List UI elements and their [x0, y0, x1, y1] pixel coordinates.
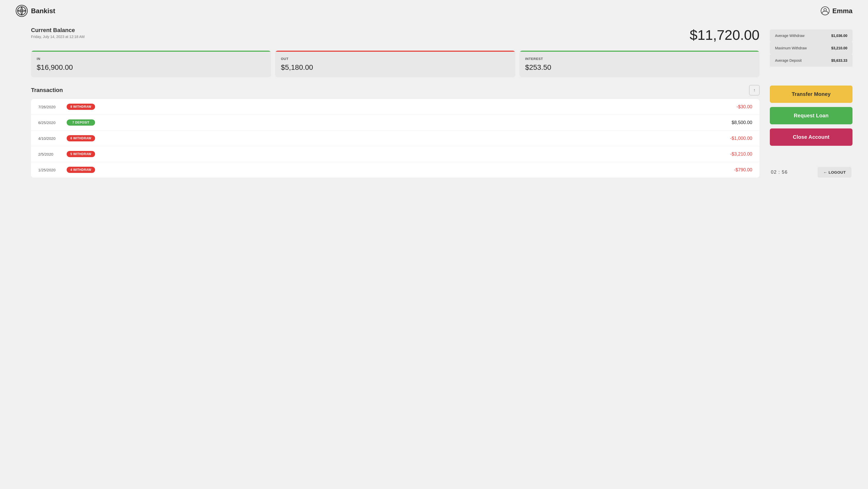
main-content: Current Balance Friday, July 14, 2023 at…	[0, 22, 868, 185]
tx-badge: 7 DEPOSIT	[67, 119, 95, 126]
stat-card: Average Deposit $5,633.33	[770, 54, 852, 67]
tx-date: 7/26/2020	[38, 105, 61, 109]
tx-amount: $8,500.00	[732, 120, 752, 125]
stat-label: Average Withdraw	[775, 34, 804, 38]
logo-area: Bankist	[16, 5, 55, 17]
request-loan-button[interactable]: Request Loan	[770, 107, 852, 124]
transfer-money-button[interactable]: Transfer Money	[770, 86, 852, 103]
user-name: Emma	[832, 7, 852, 15]
left-panel: Current Balance Friday, July 14, 2023 at…	[31, 27, 760, 178]
stat-value: $5,633.33	[831, 58, 847, 63]
table-row: 2/5/2020 5 WITHDRAW -$3,210.00	[31, 146, 760, 162]
tx-date: 2/5/2020	[38, 152, 61, 156]
stat-card: Average Withdraw $1,036.00	[770, 29, 852, 42]
footer-row: 02 : 56 ← LOGOUT	[770, 164, 852, 178]
tx-badge: 4 WITHDRAW	[67, 167, 95, 173]
tx-amount: -$790.00	[734, 167, 752, 173]
tx-amount: -$1,000.00	[730, 136, 752, 141]
stat-label: Maximum Withdraw	[775, 46, 807, 50]
tx-date: 1/25/2020	[38, 168, 61, 172]
right-panel: Average Withdraw $1,036.00 Maximum Withd…	[770, 27, 852, 178]
user-area: Emma	[820, 6, 852, 16]
bankist-logo-icon	[16, 5, 28, 17]
summary-card-out: OUT $5,180.00	[275, 51, 515, 77]
logo-text: Bankist	[31, 7, 55, 15]
logout-button[interactable]: ← LOGOUT	[817, 167, 851, 178]
sort-button[interactable]: ↑	[749, 85, 760, 95]
balance-label-area: Current Balance Friday, July 14, 2023 at…	[31, 27, 85, 39]
balance-date: Friday, July 14, 2023 at 12:18 AM	[31, 35, 85, 39]
tx-badge: 8 WITHDRAW	[67, 104, 95, 110]
summary-out-label: OUT	[281, 57, 509, 61]
stat-value: $3,210.00	[831, 46, 847, 50]
transaction-title: Transaction	[31, 87, 63, 94]
tx-date: 6/25/2020	[38, 120, 61, 125]
balance-section: Current Balance Friday, July 14, 2023 at…	[31, 27, 760, 43]
summary-interest-value: $253.50	[525, 63, 754, 71]
summary-in-value: $16,900.00	[37, 63, 265, 71]
summary-card-interest: INTEREST $253.50	[520, 51, 760, 77]
user-icon	[820, 6, 830, 16]
header: Bankist Emma	[0, 0, 868, 22]
transactions-list: 7/26/2020 8 WITHDRAW -$30.00 6/25/2020 7…	[31, 99, 760, 178]
close-account-button[interactable]: Close Account	[770, 128, 852, 146]
summary-card-in: IN $16,900.00	[31, 51, 271, 77]
stat-value: $1,036.00	[831, 34, 847, 38]
table-row: 6/25/2020 7 DEPOSIT $8,500.00	[31, 115, 760, 130]
table-row: 4/10/2020 6 WITHDRAW -$1,000.00	[31, 130, 760, 146]
stat-card: Maximum Withdraw $3,210.00	[770, 42, 852, 54]
balance-label: Current Balance	[31, 27, 85, 34]
tx-badge: 6 WITHDRAW	[67, 135, 95, 142]
balance-amount: $11,720.00	[690, 27, 760, 43]
summary-cards: IN $16,900.00 OUT $5,180.00 INTEREST $25…	[31, 51, 760, 77]
svg-point-2	[824, 8, 827, 11]
table-row: 1/25/2020 4 WITHDRAW -$790.00	[31, 162, 760, 178]
summary-interest-label: INTEREST	[525, 57, 754, 61]
stat-label: Average Deposit	[775, 58, 802, 63]
summary-out-value: $5,180.00	[281, 63, 509, 71]
tx-amount: -$30.00	[737, 104, 752, 110]
timer: 02 : 56	[771, 170, 788, 175]
transaction-header: Transaction ↑	[31, 85, 760, 95]
table-row: 7/26/2020 8 WITHDRAW -$30.00	[31, 99, 760, 115]
stats-container: Average Withdraw $1,036.00 Maximum Withd…	[770, 29, 852, 67]
tx-date: 4/10/2020	[38, 136, 61, 141]
tx-badge: 5 WITHDRAW	[67, 151, 95, 157]
summary-in-label: IN	[37, 57, 265, 61]
tx-amount: -$3,210.00	[730, 151, 752, 157]
sort-icon: ↑	[753, 88, 755, 93]
